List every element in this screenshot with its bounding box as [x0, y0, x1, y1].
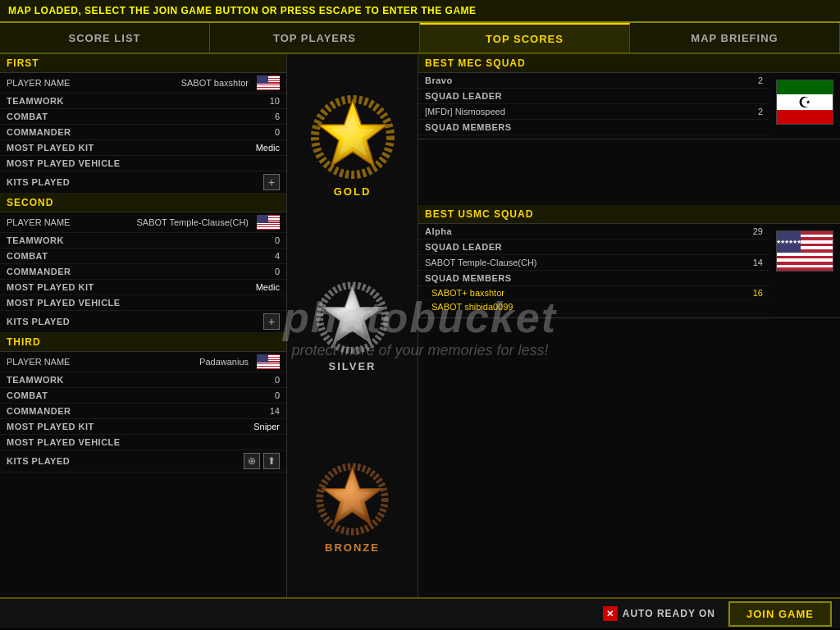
first-vehicle-row: MOST PLAYED VEHICLE	[0, 156, 286, 171]
mec-squad-section: BEST MEC SQUAD Bravo 2 SQUAD LEADER [MFD…	[418, 54, 840, 139]
gold-star-icon	[308, 92, 398, 182]
silver-star-icon	[313, 279, 391, 357]
silver-medal-label: SILVER	[329, 360, 377, 372]
center-medals: GOLD SILVER BRONZE	[287, 54, 418, 597]
usmc-squad-title: BEST USMC SQUAD	[418, 205, 840, 224]
third-header: THIRD	[0, 333, 286, 352]
second-player-name-label: PLAYER NAME	[7, 217, 70, 227]
usmc-squad-section: BEST USMC SQUAD Alpha 29 SQUAD LEADER SA…	[418, 205, 840, 318]
third-vehicle-row: MOST PLAYED VEHICLE	[0, 435, 286, 450]
x-icon: ✕	[603, 606, 618, 621]
third-kit-row: MOST PLAYED KIT Sniper	[0, 419, 286, 435]
usmc-squad-members-header: SQUAD MEMBERS	[418, 271, 769, 286]
usmc-squad-leader-row: SABOT Temple-Clause(CH) 14	[418, 255, 769, 271]
usmc-squad-name-row: Alpha 29	[418, 224, 769, 240]
stars-icon: ★★★★★★★★★★★★★★★★★★★★★★★★★★★★★★★★★★★★★★★★…	[776, 239, 833, 245]
right-panel: BEST MEC SQUAD Bravo 2 SQUAD LEADER [MFD…	[418, 54, 840, 597]
third-player-name-value: Padawanius	[199, 357, 249, 367]
first-kits-row: KITS PLAYED +	[0, 171, 286, 194]
first-player-name-label: PLAYER NAME	[7, 78, 70, 88]
second-kits-row: KITS PLAYED +	[0, 311, 286, 333]
mec-flag: ☪	[776, 80, 833, 125]
third-player-name-row: PLAYER NAME Padawanius	[0, 352, 286, 372]
second-player-name-row: PLAYER NAME SABOT Temple-Clause(CH)	[0, 212, 286, 233]
bottom-bar: ✕ AUTO READY ON JOIN GAME	[0, 597, 840, 628]
usmc-squad-leader-header: SQUAD LEADER	[418, 240, 769, 255]
second-combat-row: COMBAT 4	[0, 249, 286, 264]
silver-medal-section: SILVER	[313, 235, 391, 417]
join-game-button[interactable]: JOIN GAME	[728, 601, 832, 627]
tab-top-scores[interactable]: TOP SCORES	[420, 23, 630, 52]
third-teamwork-row: TEAMWORK 0	[0, 372, 286, 388]
third-expand-btn-2[interactable]: ⬆	[263, 453, 280, 469]
second-kit-row: MOST PLAYED KIT Medic	[0, 280, 286, 295]
top-bar: MAP LOADED, SELECT THE JOIN GAME BUTTON …	[0, 0, 840, 23]
crescent-icon: ☪	[798, 94, 811, 112]
first-commander-row: COMMANDER 0	[0, 125, 286, 140]
third-commander-row: COMMANDER 14	[0, 404, 286, 419]
left-panel: FIRST PLAYER NAME SABOT baxshtor TEAMWOR…	[0, 54, 287, 597]
first-player-flag	[257, 75, 280, 90]
mec-squad-title: BEST MEC SQUAD	[418, 54, 840, 73]
mec-squad-members-header: SQUAD MEMBERS	[418, 120, 769, 135]
mec-squad-leader-row: [MFDr] Nismospeed 2	[418, 104, 769, 120]
first-kit-row: MOST PLAYED KIT Medic	[0, 140, 286, 156]
auto-ready-status: ✕ AUTO READY ON	[603, 606, 715, 621]
mec-squad-name-row: Bravo 2	[418, 73, 769, 89]
gold-medal-section: GOLD	[308, 54, 398, 235]
tab-top-players[interactable]: TOP PLAYERS	[210, 23, 420, 52]
us-flag: ★★★★★★★★★★★★★★★★★★★★★★★★★★★★★★★★★★★★★★★★…	[776, 231, 833, 272]
bronze-star-icon	[313, 460, 391, 538]
second-player-name-value: SABOT Temple-Clause(CH)	[136, 217, 249, 227]
top-bar-message: MAP LOADED, SELECT THE JOIN GAME BUTTON …	[8, 5, 477, 16]
first-teamwork-row: TEAMWORK 10	[0, 94, 286, 109]
main-content: FIRST PLAYER NAME SABOT baxshtor TEAMWOR…	[0, 54, 840, 597]
first-combat-row: COMBAT 6	[0, 109, 286, 125]
second-teamwork-row: TEAMWORK 0	[0, 233, 286, 249]
right-spacer	[418, 139, 840, 205]
usmc-member-2: SABOT shibida0099	[418, 300, 769, 314]
third-player-name-label: PLAYER NAME	[7, 357, 70, 367]
tab-map-briefing[interactable]: MAP BRIEFING	[630, 23, 840, 52]
first-player-name-row: PLAYER NAME SABOT baxshtor	[0, 73, 286, 94]
tab-score-list[interactable]: SCORE LIST	[0, 23, 210, 52]
third-kits-row: KITS PLAYED ⊕ ⬆	[0, 450, 286, 472]
gold-medal-label: GOLD	[334, 185, 372, 198]
second-vehicle-row: MOST PLAYED VEHICLE	[0, 295, 286, 311]
bronze-medal-section: BRONZE	[313, 416, 391, 597]
third-expand-btn-1[interactable]: ⊕	[244, 453, 260, 469]
first-expand-btn[interactable]: +	[263, 174, 280, 190]
usmc-member-1: SABOT+ baxshtor 16	[418, 286, 769, 300]
first-header: FIRST	[0, 54, 286, 73]
second-commander-row: COMMANDER 0	[0, 264, 286, 280]
second-header: SECOND	[0, 194, 286, 212]
bronze-medal-label: BRONZE	[325, 541, 380, 554]
second-player-flag	[257, 215, 280, 230]
mec-squad-leader-header: SQUAD LEADER	[418, 89, 769, 104]
auto-ready-label: AUTO READY ON	[623, 608, 715, 619]
second-expand-btn[interactable]: +	[263, 313, 280, 330]
first-player-name-value: SABOT baxshtor	[181, 78, 249, 88]
third-combat-row: COMBAT 0	[0, 388, 286, 404]
tab-bar: SCORE LIST TOP PLAYERS TOP SCORES MAP BR…	[0, 23, 840, 54]
third-player-flag	[257, 354, 280, 369]
